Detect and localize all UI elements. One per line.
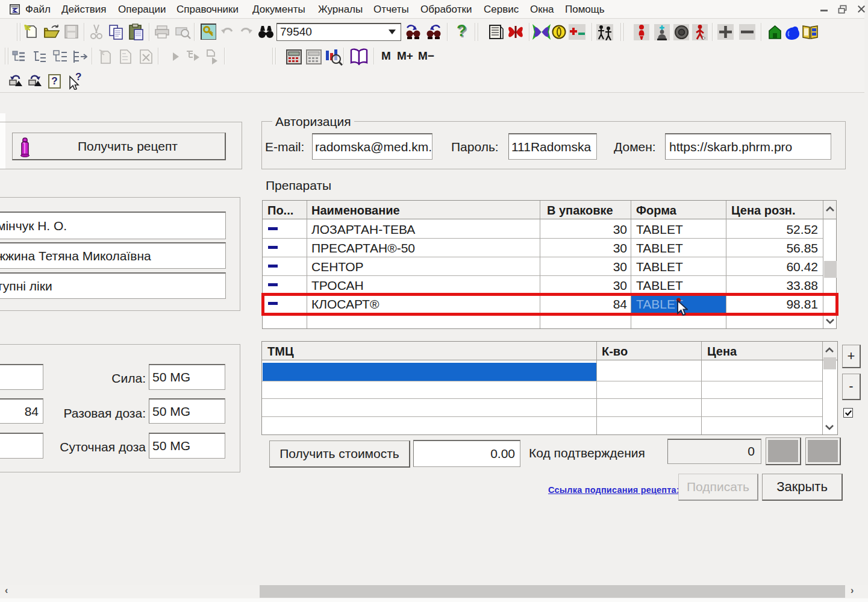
svg-text:?: ?: [75, 72, 81, 83]
